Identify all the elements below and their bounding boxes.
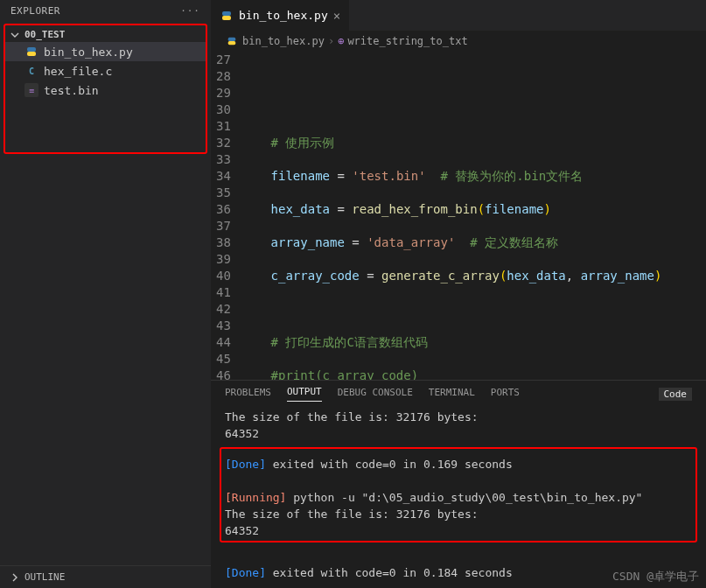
file-name: test.bin	[44, 84, 99, 97]
code-editor[interactable]: 2728293031323334353637383940414243444546…	[211, 52, 706, 380]
close-icon[interactable]: ×	[333, 9, 340, 23]
tab-terminal[interactable]: TERMINAL	[429, 387, 475, 402]
breadcrumb-function: write_string_to_txt	[347, 35, 467, 47]
watermark: CSDN @卓学电子	[612, 569, 699, 584]
chevron-down-icon	[10, 30, 21, 40]
output-content[interactable]: The size of the file is: 32176 bytes: 64…	[211, 407, 706, 588]
file-row[interactable]: ≡ test.bin	[5, 80, 206, 100]
tab-debug-console[interactable]: DEBUG CONSOLE	[338, 387, 413, 402]
tab-ports[interactable]: PORTS	[491, 387, 520, 402]
svg-rect-2	[222, 11, 231, 16]
file-name: bin_to_hex.py	[44, 46, 133, 59]
function-icon: ⊕	[338, 35, 344, 47]
highlight-box-output: [Done] exited with code=0 in 0.169 secon…	[220, 447, 697, 542]
output-channel-selector[interactable]: Code	[659, 388, 693, 401]
svg-rect-0	[27, 47, 36, 52]
tab-problems[interactable]: PROBLEMS	[225, 387, 271, 402]
outline-label: OUTLINE	[24, 571, 65, 583]
editor-tabs: bin_to_hex.py ×	[211, 0, 706, 31]
binary-file-icon: ≡	[24, 83, 38, 97]
line-gutter: 2728293031323334353637383940414243444546…	[211, 52, 241, 380]
python-file-icon	[220, 9, 234, 23]
tab-label: bin_to_hex.py	[239, 9, 328, 22]
c-file-icon: C	[24, 64, 38, 78]
python-file-icon	[225, 34, 239, 48]
svg-rect-3	[222, 16, 231, 20]
explorer-title: EXPLORER	[10, 5, 60, 17]
bottom-panel: PROBLEMS OUTPUT DEBUG CONSOLE TERMINAL P…	[211, 380, 706, 588]
svg-rect-1	[27, 52, 36, 56]
outline-section[interactable]: OUTLINE	[0, 565, 211, 588]
file-row[interactable]: bin_to_hex.py	[5, 42, 206, 61]
explorer-sidebar: EXPLORER ··· 00_TEST bin_to_hex.py C hex…	[0, 0, 211, 588]
breadcrumb-separator: ›	[328, 35, 334, 47]
svg-rect-4	[228, 38, 236, 41]
breadcrumb-file: bin_to_hex.py	[242, 35, 325, 47]
file-name: hex_file.c	[44, 65, 112, 78]
code-content: # 使用示例 filename = 'test.bin' # 替换为你的.bin…	[241, 52, 673, 380]
chevron-right-icon	[10, 572, 21, 583]
explorer-more-icon[interactable]: ···	[180, 5, 200, 17]
svg-rect-5	[228, 41, 236, 45]
editor-tab[interactable]: bin_to_hex.py ×	[211, 0, 349, 31]
highlight-box-files: 00_TEST bin_to_hex.py C hex_file.c ≡ tes…	[3, 24, 207, 154]
python-file-icon	[24, 45, 38, 59]
tab-output[interactable]: OUTPUT	[287, 386, 322, 402]
file-row[interactable]: C hex_file.c	[5, 61, 206, 80]
folder-name: 00_TEST	[24, 29, 65, 40]
folder-row[interactable]: 00_TEST	[5, 27, 206, 42]
breadcrumb[interactable]: bin_to_hex.py › ⊕ write_string_to_txt	[211, 31, 706, 52]
